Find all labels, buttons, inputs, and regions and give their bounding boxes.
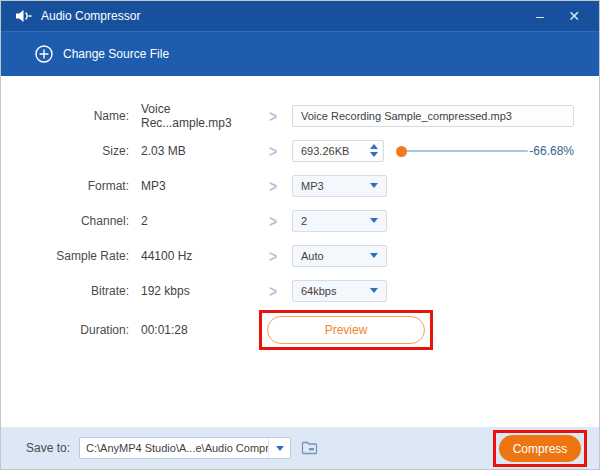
change-source-file-label: Change Source File (63, 47, 169, 61)
slider-handle[interactable] (396, 146, 407, 157)
window-controls: – ✕ (525, 3, 589, 29)
size-slider[interactable] (398, 144, 528, 158)
channel-label: Channel: (1, 214, 129, 228)
channel-row: Channel: 2 > 2 (1, 203, 599, 238)
bitrate-row: Bitrate: 192 kbps > 64kbps (1, 273, 599, 308)
output-name-input[interactable] (292, 105, 574, 127)
bitrate-dropdown[interactable]: 64kbps (292, 280, 387, 302)
chevron-right-icon: > (254, 281, 292, 300)
subheader: Change Source File (1, 31, 599, 76)
titlebar: Audio Compressor – ✕ (1, 1, 599, 31)
slider-track[interactable] (398, 150, 528, 152)
minimize-button[interactable]: – (525, 3, 555, 29)
chevron-right-icon: > (254, 141, 292, 160)
duration-label: Duration: (1, 323, 129, 337)
spinner-down-icon[interactable] (370, 152, 378, 157)
size-spinner[interactable] (365, 144, 383, 157)
channel-source-value: 2 (129, 214, 254, 228)
preview-highlight-box: Preview (259, 310, 433, 350)
bitrate-label: Bitrate: (1, 284, 129, 298)
dropdown-arrow-icon (276, 446, 284, 451)
name-row: Name: Voice Rec...ample.mp3 > (1, 98, 599, 133)
spinner-up-icon[interactable] (370, 144, 378, 149)
preview-button[interactable]: Preview (267, 316, 425, 344)
audio-compressor-window: Audio Compressor – ✕ Change Source File … (0, 0, 600, 470)
size-controls: -66.68% (292, 140, 574, 162)
open-folder-button[interactable] (297, 437, 321, 459)
compression-percent: -66.68% (529, 144, 574, 158)
save-path-value: C:\AnyMP4 Studio\A...e\Audio Compressed (80, 442, 268, 454)
name-source-value: Voice Rec...ample.mp3 (129, 102, 254, 130)
bitrate-selected-value: 64kbps (301, 285, 370, 297)
chevron-right-icon: > (254, 246, 292, 265)
dropdown-arrow-icon (370, 218, 378, 223)
settings-panel: Name: Voice Rec...ample.mp3 > Size: 2.03… (1, 76, 599, 352)
sample-rate-dropdown[interactable]: Auto (292, 245, 387, 267)
format-label: Format: (1, 179, 129, 193)
sample-rate-label: Sample Rate: (1, 249, 129, 263)
close-button[interactable]: ✕ (559, 3, 589, 29)
chevron-right-icon: > (254, 176, 292, 195)
format-selected-value: MP3 (301, 180, 370, 192)
save-to-label: Save to: (26, 441, 70, 455)
size-label: Size: (1, 144, 129, 158)
speaker-icon (15, 9, 32, 23)
chevron-right-icon: > (254, 211, 292, 230)
folder-icon (301, 441, 318, 455)
size-row: Size: 2.03 MB > -66.68% (1, 133, 599, 168)
format-dropdown[interactable]: MP3 (292, 175, 387, 197)
chevron-right-icon: > (254, 106, 292, 125)
sample-rate-source-value: 44100 Hz (129, 249, 254, 263)
compress-button[interactable]: Compress (499, 435, 581, 462)
format-source-value: MP3 (129, 179, 254, 193)
sample-rate-selected-value: Auto (301, 250, 370, 262)
size-spinbox (292, 140, 384, 162)
name-label: Name: (1, 109, 129, 123)
bitrate-source-value: 192 kbps (129, 284, 254, 298)
duration-value: 00:01:28 (129, 323, 254, 337)
change-source-file-button[interactable]: Change Source File (35, 45, 169, 63)
dropdown-arrow-icon (370, 183, 378, 188)
size-source-value: 2.03 MB (129, 144, 254, 158)
save-path-dropdown[interactable]: C:\AnyMP4 Studio\A...e\Audio Compressed (79, 437, 291, 459)
save-path-dropdown-toggle[interactable] (268, 438, 290, 458)
dropdown-arrow-icon (370, 253, 378, 258)
plus-circle-icon (35, 45, 53, 63)
channel-selected-value: 2 (301, 215, 370, 227)
compress-highlight-box: Compress (493, 430, 587, 467)
footer-bar: Save to: C:\AnyMP4 Studio\A...e\Audio Co… (1, 427, 599, 469)
dropdown-arrow-icon (370, 288, 378, 293)
sample-rate-row: Sample Rate: 44100 Hz > Auto (1, 238, 599, 273)
duration-row: Duration: 00:01:28 Preview (1, 308, 599, 352)
format-row: Format: MP3 > MP3 (1, 168, 599, 203)
channel-dropdown[interactable]: 2 (292, 210, 387, 232)
window-title: Audio Compressor (41, 9, 140, 23)
size-input[interactable] (293, 145, 365, 157)
